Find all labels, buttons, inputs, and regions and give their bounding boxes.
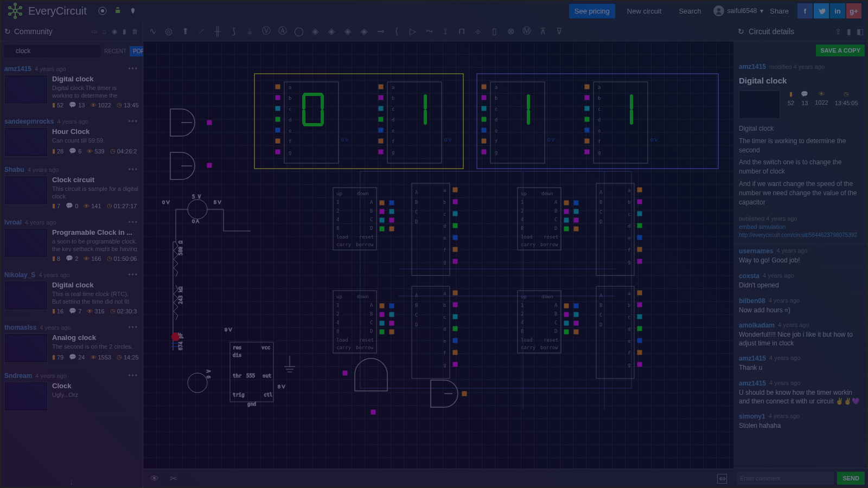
details-sidebar: ↻ Circuit details ⇪ ▮ ◧ SAVE A COPY amz1… [733, 22, 868, 488]
circuit-thumbnail [739, 91, 780, 119]
